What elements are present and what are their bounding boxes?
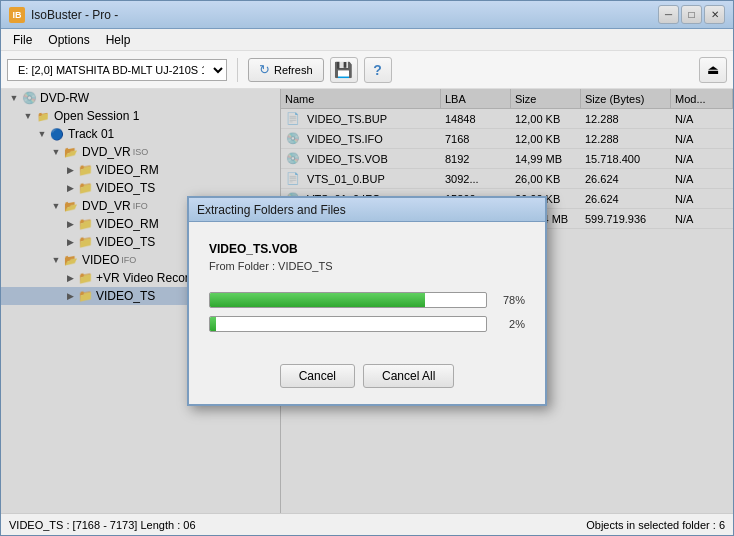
cancel-all-button[interactable]: Cancel All: [363, 364, 454, 388]
dialog-titlebar: Extracting Folders and Files: [189, 198, 545, 222]
menubar: File Options Help: [1, 29, 733, 51]
eject-icon: ⏏: [707, 62, 719, 77]
main-window: IB IsoBuster - Pro - ─ □ ✕ File Options …: [0, 0, 734, 536]
help-icon: ?: [373, 62, 382, 78]
refresh-icon: ↻: [259, 62, 270, 77]
progress-row-2: 2%: [209, 316, 525, 332]
toolbar-separator-1: [237, 58, 238, 82]
content-wrapper: ▼ 💿 DVD-RW ▼ 📁 Open Session 1 ▼ 🔵 Track …: [1, 89, 733, 513]
refresh-label: Refresh: [274, 64, 313, 76]
app-icon: IB: [9, 7, 25, 23]
statusbar-left: VIDEO_TS : [7168 - 7173] Length : 06: [9, 519, 586, 531]
save-disc-icon: 💾: [334, 61, 353, 79]
drive-dropdown[interactable]: E: [2,0] MATSHITA BD-MLT UJ-210S 1.26: [7, 59, 227, 81]
dialog-overlay: Extracting Folders and Files VIDEO_TS.VO…: [1, 89, 733, 513]
progress-fill-1: [210, 293, 425, 307]
dialog-filename: VIDEO_TS.VOB: [209, 242, 525, 256]
progress-bar-2: [209, 316, 487, 332]
statusbar-right: Objects in selected folder : 6: [586, 519, 725, 531]
dialog-body: VIDEO_TS.VOB From Folder : VIDEO_TS 78%: [189, 222, 545, 356]
save-image-button[interactable]: 💾: [330, 57, 358, 83]
menu-file[interactable]: File: [5, 31, 40, 49]
maximize-button[interactable]: □: [681, 5, 702, 24]
progress-pct-1: 78%: [495, 294, 525, 306]
close-button[interactable]: ✕: [704, 5, 725, 24]
progress-bar-1: [209, 292, 487, 308]
refresh-button[interactable]: ↻ Refresh: [248, 58, 324, 82]
dialog-buttons: Cancel Cancel All: [189, 356, 545, 404]
dialog-from-folder: From Folder : VIDEO_TS: [209, 260, 525, 272]
window-title: IsoBuster - Pro -: [31, 8, 658, 22]
eject-button[interactable]: ⏏: [699, 57, 727, 83]
dialog-title: Extracting Folders and Files: [197, 203, 537, 217]
help-button[interactable]: ?: [364, 57, 392, 83]
minimize-button[interactable]: ─: [658, 5, 679, 24]
progress-pct-2: 2%: [495, 318, 525, 330]
progress-fill-2: [210, 317, 216, 331]
window-controls: ─ □ ✕: [658, 5, 725, 24]
cancel-button[interactable]: Cancel: [280, 364, 355, 388]
menu-options[interactable]: Options: [40, 31, 97, 49]
drive-selector: E: [2,0] MATSHITA BD-MLT UJ-210S 1.26: [7, 59, 227, 81]
titlebar: IB IsoBuster - Pro - ─ □ ✕: [1, 1, 733, 29]
statusbar: VIDEO_TS : [7168 - 7173] Length : 06 Obj…: [1, 513, 733, 535]
extract-dialog: Extracting Folders and Files VIDEO_TS.VO…: [187, 196, 547, 406]
menu-help[interactable]: Help: [98, 31, 139, 49]
toolbar: E: [2,0] MATSHITA BD-MLT UJ-210S 1.26 ↻ …: [1, 51, 733, 89]
progress-row-1: 78%: [209, 292, 525, 308]
